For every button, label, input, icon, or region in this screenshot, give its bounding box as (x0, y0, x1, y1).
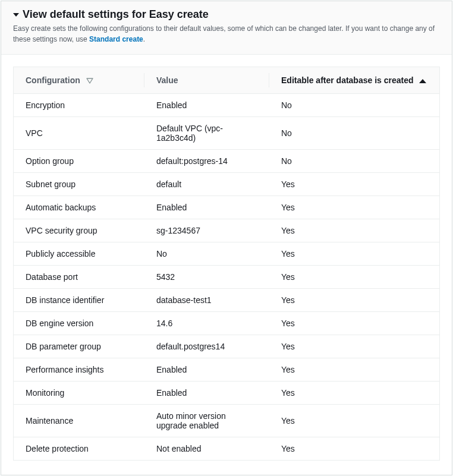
cell-config: Subnet group (14, 173, 144, 196)
standard-create-link[interactable]: Standard create (89, 35, 143, 43)
cell-value: 5432 (144, 266, 269, 289)
table-row: Automatic backupsEnabledYes (14, 196, 439, 219)
cell-config: Performance insights (14, 358, 144, 382)
cell-editable: Yes (269, 196, 439, 219)
table-row: Option groupdefault:postgres-14No (14, 150, 439, 173)
cell-editable: Yes (269, 358, 439, 382)
table-row: Database port5432Yes (14, 266, 439, 289)
settings-panel: View default settings for Easy create Ea… (1, 1, 452, 475)
column-header-configuration[interactable]: Configuration (14, 67, 144, 94)
column-header-editable[interactable]: Editable after database is created (269, 67, 439, 94)
cell-editable: No (269, 94, 439, 117)
table-row: Publicly accessibleNoYes (14, 242, 439, 266)
cell-config: Delete protection (14, 437, 144, 461)
cell-config: Automatic backups (14, 196, 144, 219)
table-row: Delete protectionNot enabledYes (14, 437, 439, 461)
table-row: DB parameter groupdefault.postgres14Yes (14, 335, 439, 358)
cell-config: DB instance identifier (14, 289, 144, 312)
cell-value: Auto minor version upgrade enabled (144, 405, 269, 437)
column-header-label: Configuration (26, 75, 80, 85)
cell-value: 14.6 (144, 312, 269, 335)
cell-value: sg-1234567 (144, 219, 269, 242)
cell-config: Database port (14, 266, 144, 289)
sort-asc-icon (419, 79, 426, 83)
cell-value: Enabled (144, 382, 269, 405)
cell-editable: Yes (269, 437, 439, 461)
panel-header: View default settings for Easy create Ea… (1, 1, 452, 55)
cell-editable: No (269, 117, 439, 150)
cell-config: Encryption (14, 94, 144, 117)
cell-editable: No (269, 150, 439, 173)
cell-editable: Yes (269, 219, 439, 242)
header-title-row[interactable]: View default settings for Easy create (13, 8, 440, 21)
cell-editable: Yes (269, 289, 439, 312)
cell-value: Enabled (144, 94, 269, 117)
table-row: DB instance identifierdatabase-test1Yes (14, 289, 439, 312)
cell-editable: Yes (269, 382, 439, 405)
table-row: VPCDefault VPC (vpc-1a2b3c4d)No (14, 117, 439, 150)
table-row: VPC security groupsg-1234567Yes (14, 219, 439, 242)
cell-value: Enabled (144, 358, 269, 382)
cell-config: Maintenance (14, 405, 144, 437)
cell-editable: Yes (269, 405, 439, 437)
cell-editable: Yes (269, 266, 439, 289)
cell-value: No (144, 242, 269, 266)
table-row: MonitoringEnabledYes (14, 382, 439, 405)
cell-editable: Yes (269, 335, 439, 358)
cell-value: Not enabled (144, 437, 269, 461)
column-header-label: Value (156, 75, 178, 85)
panel-description: Easy create sets the following configura… (13, 23, 440, 45)
cell-config: VPC (14, 117, 144, 150)
table-body: EncryptionEnabledNoVPCDefault VPC (vpc-1… (14, 94, 439, 461)
settings-table: Configuration Value (14, 67, 439, 460)
cell-config: Monitoring (14, 382, 144, 405)
table-header-row: Configuration Value (14, 67, 439, 94)
panel-description-suffix: . (143, 35, 145, 43)
table-wrapper: Configuration Value (1, 55, 452, 472)
cell-config: DB parameter group (14, 335, 144, 358)
column-header-value[interactable]: Value (144, 67, 269, 94)
cell-config: VPC security group (14, 219, 144, 242)
cell-config: Publicly accessible (14, 242, 144, 266)
cell-editable: Yes (269, 173, 439, 196)
table-row: DB engine version14.6Yes (14, 312, 439, 335)
cell-value: Default VPC (vpc-1a2b3c4d) (144, 117, 269, 150)
cell-config: DB engine version (14, 312, 144, 335)
cell-value: default (144, 173, 269, 196)
table-row: Performance insightsEnabledYes (14, 358, 439, 382)
cell-editable: Yes (269, 312, 439, 335)
cell-config: Option group (14, 150, 144, 173)
column-header-label: Editable after database is created (281, 75, 414, 85)
cell-value: default.postgres14 (144, 335, 269, 358)
cell-value: Enabled (144, 196, 269, 219)
table-row: Subnet groupdefaultYes (14, 173, 439, 196)
panel-description-text: Easy create sets the following configura… (13, 24, 435, 43)
cell-value: default:postgres-14 (144, 150, 269, 173)
cell-value: database-test1 (144, 289, 269, 312)
table-row: EncryptionEnabledNo (14, 94, 439, 117)
caret-down-icon (13, 13, 19, 17)
cell-editable: Yes (269, 242, 439, 266)
table-row: MaintenanceAuto minor version upgrade en… (14, 405, 439, 437)
settings-table-container: Configuration Value (13, 67, 440, 461)
panel-title: View default settings for Easy create (23, 8, 209, 21)
filter-icon (86, 78, 93, 84)
